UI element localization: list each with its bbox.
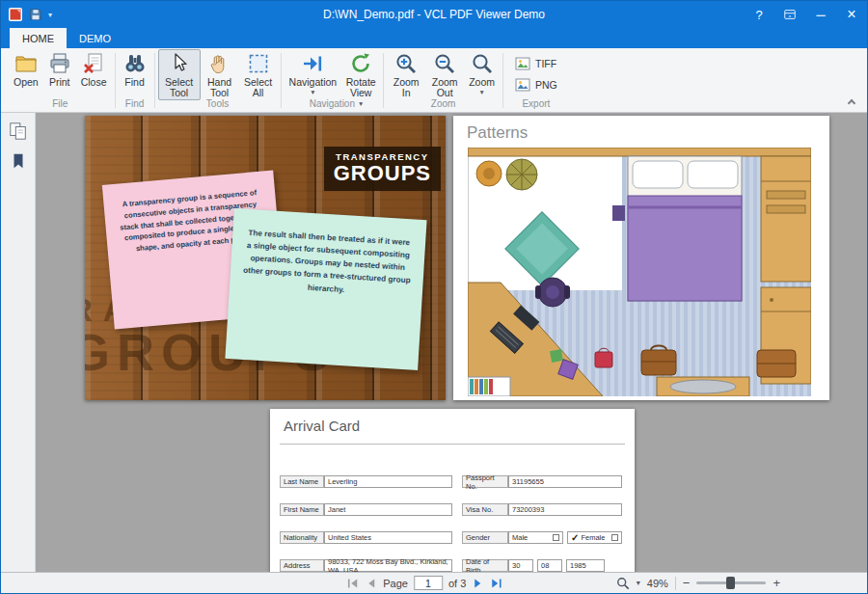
app-icon[interactable] [8,7,23,22]
window-title: D:\WN_Demo.pdf - VCL PDF Viewer Demo [1,8,867,21]
previous-page-button[interactable] [365,578,377,589]
ribbon-separator [502,53,503,108]
quick-access-toolbar: ▾ [1,7,52,22]
close-document-button[interactable]: Close [76,49,112,89]
bookshelf [468,377,510,396]
zoom-out-icon [433,52,456,75]
first-name-field[interactable]: Janet [324,503,452,516]
passport-label: Passport No. [462,475,508,488]
open-button-label: Open [14,77,39,88]
close-window-button[interactable]: × [836,1,867,28]
print-button-label: Print [49,77,70,88]
nightstand [612,205,625,221]
hand-tool-button[interactable]: Hand Tool [201,49,239,100]
address-field[interactable]: 98033, 722 Moss Bay Blvd., Kirkland, WA,… [324,559,452,572]
first-name-label: First Name [280,503,324,516]
zoom-out-button[interactable]: Zoom Out [425,49,464,100]
open-button[interactable]: Open [9,49,43,89]
dob-year-field[interactable]: 1985 [566,559,605,572]
visa-label: Visa No. [462,503,508,516]
page-label: Page [383,578,408,589]
last-name-label: Last Name [280,475,324,488]
document-viewer[interactable]: RANSPARE GROUPS TRANSPARENCY GROUPS A tr… [36,113,867,572]
first-page-button[interactable] [346,578,359,589]
save-icon[interactable] [29,8,42,21]
export-tiff-button[interactable]: TIFF [510,55,561,72]
ribbon-group-label-export: Export [506,98,566,112]
magnifier-icon [471,52,494,75]
page-navigator: Page of 3 [346,573,502,593]
zoom-controls: ▾ 49% − + [616,573,780,593]
wall [468,148,811,156]
zoom-percent-value: 49% [647,578,668,589]
page-thumbnails-icon[interactable] [9,122,28,141]
navigation-pane [1,113,36,572]
minimize-button[interactable]: ─ [805,1,836,28]
ribbon-tab-row: HOME DEMO [1,28,867,48]
bookmarks-icon[interactable] [10,152,27,170]
zoom-slider-thumb[interactable] [726,577,735,589]
chevron-up-icon [848,99,855,107]
zoom-menu-caret-icon[interactable]: ▾ [637,579,640,587]
zoom-in-button[interactable]: Zoom In [387,49,425,100]
patterns-heading: Patterns [467,123,528,143]
male-label: Male [512,533,553,542]
ribbon-separator [154,53,155,108]
zoom-dropdown-button[interactable]: Zoom ▾ [464,49,500,97]
zoom-menu-icon[interactable] [616,577,630,590]
ribbon-display-options-button[interactable] [774,1,805,28]
png-image-icon [515,77,530,93]
next-page-button[interactable] [472,578,484,589]
ribbon-group-label-zoom: Zoom [387,98,500,112]
zoom-slider[interactable] [696,581,766,584]
passport-field[interactable]: 31195655 [508,475,622,488]
close-document-icon [82,52,105,75]
page-number-input[interactable] [414,576,443,590]
nationality-label: Nationality [280,531,324,544]
gender-male-checkbox[interactable]: Male [508,531,563,544]
zoom-in-label: Zoom In [392,77,420,99]
heading-rule [280,444,625,445]
export-png-button[interactable]: PNG [510,76,562,94]
gender-label: Gender [462,531,508,544]
help-button[interactable]: ? [744,1,774,28]
last-name-field[interactable]: Leverling [324,475,452,488]
qat-dropdown-caret-icon[interactable]: ▾ [48,11,52,19]
nationality-field[interactable]: United States [324,531,452,544]
ribbon-group-export: TIFF PNG Export [505,49,567,112]
zoom-in-icon [394,52,418,75]
zoom-dropdown-label: Zoom [469,77,495,88]
dob-month-field[interactable]: 08 [537,559,562,572]
ribbon-group-file: Open Print Close File [8,49,113,112]
bed [628,156,742,301]
last-page-button[interactable] [490,578,502,589]
female-label: Female [581,533,611,542]
select-all-button[interactable]: Select All [239,49,278,100]
dob-day-field[interactable]: 30 [508,559,533,572]
tab-demo[interactable]: DEMO [67,28,123,48]
dob-label: Date of Birth [462,559,508,572]
hand-tool-label: Hand Tool [205,77,234,99]
find-button[interactable]: Find [119,49,151,89]
png-label: PNG [535,79,557,91]
mint-sticky-note: The result shall then be treated as if i… [225,208,426,370]
window-controls: ? ─ × [744,1,867,28]
navigation-arrow-icon [301,52,324,75]
selection-rectangle-icon [247,52,270,75]
dresser [657,377,749,396]
select-tool-button[interactable]: Select Tool [158,49,201,100]
visa-field[interactable]: 73200393 [508,503,622,516]
tiff-image-icon [515,56,530,71]
navigation-button[interactable]: Navigation ▾ [285,49,342,97]
zoom-in-status-button[interactable]: + [773,576,780,590]
ribbon-group-label-find: Find [119,98,151,112]
collapse-ribbon-button[interactable] [846,96,857,108]
open-folder-icon [14,52,38,75]
zoom-caret-icon: ▾ [480,89,484,96]
transparency-groups-heading: TRANSPARENCY GROUPS [324,147,441,191]
print-button[interactable]: Print [43,49,76,89]
tab-home[interactable]: HOME [10,28,67,48]
zoom-out-status-button[interactable]: − [683,576,691,590]
pdf-page-3: Arrival Card Last Name Leverling Passpor… [270,409,635,572]
gender-female-checkbox[interactable]: ✓ Female [567,531,622,544]
